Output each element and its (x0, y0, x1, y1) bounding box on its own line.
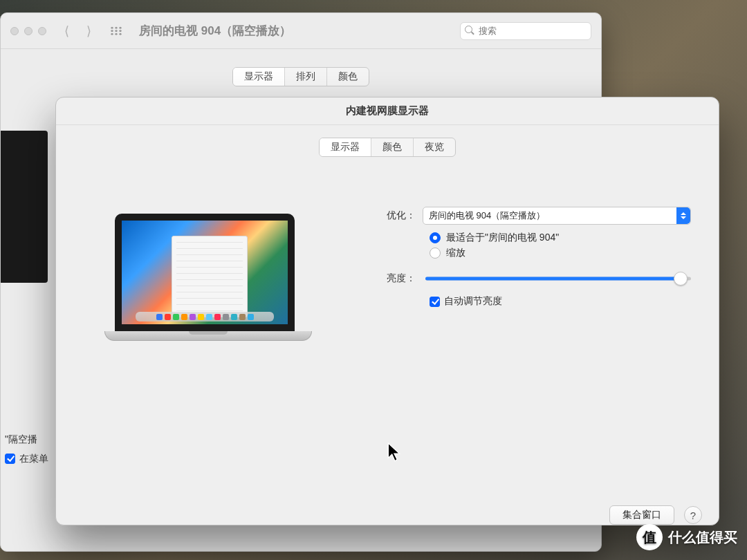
watermark: 值 什么值得买 (636, 524, 737, 550)
radio-dot-selected-icon (430, 232, 441, 243)
tab-night-shift[interactable]: 夜览 (414, 138, 455, 156)
optimize-label: 优化： (374, 209, 423, 222)
close-dot[interactable] (10, 27, 19, 35)
toolbar: ⟨ ⟩ 房间的电视 904（隔空播放） (1, 13, 601, 49)
search-icon (465, 26, 474, 35)
watermark-badge: 值 (636, 524, 663, 550)
dock-illustration (136, 312, 274, 321)
document-thumbnail (172, 236, 248, 317)
resolution-radio-group: 最适合于"房间的电视 904" 缩放 (430, 232, 691, 259)
radio-scaled-label: 缩放 (446, 247, 465, 259)
front-tabs: 显示器 颜色 夜览 (319, 138, 456, 157)
laptop-illustration (104, 214, 305, 341)
radio-dot-icon (430, 248, 441, 259)
back-button[interactable]: ⟨ (59, 24, 74, 39)
brightness-label: 亮度： (374, 272, 423, 285)
tab-display[interactable]: 显示器 (320, 138, 371, 156)
display-preview-strip (1, 131, 48, 283)
menubar-label-partial: 在菜单 (19, 449, 48, 468)
popup-stepper-icon (676, 207, 690, 224)
radio-scaled[interactable]: 缩放 (430, 247, 691, 259)
brightness-slider[interactable] (425, 272, 691, 286)
front-body: 显示器 颜色 夜览 优化： 房间的电视 904（隔空播放） (56, 138, 719, 537)
forward-button[interactable]: ⟩ (81, 24, 96, 39)
radio-best-for[interactable]: 最适合于"房间的电视 904" (430, 232, 691, 244)
brightness-row: 亮度： (374, 272, 691, 286)
search-field-wrap (460, 22, 591, 40)
auto-brightness-row: 自动调节亮度 (430, 295, 691, 308)
checkbox-checked-icon (430, 297, 440, 307)
checkbox-icon (5, 454, 15, 464)
slider-thumb[interactable] (674, 272, 688, 286)
back-bottom-options: "隔空播 在菜单 (5, 429, 48, 468)
prefs-window-builtin-display: 内建视网膜显示器 显示器 颜色 夜览 优化： (55, 97, 719, 525)
gather-windows-button[interactable]: 集合窗口 (609, 505, 674, 525)
watermark-text: 什么值得买 (668, 528, 737, 547)
slider-fill (425, 277, 681, 281)
optimize-value: 房间的电视 904（隔空播放） (429, 209, 545, 222)
tab-arrange[interactable]: 排列 (285, 68, 327, 86)
window-title: 房间的电视 904（隔空播放） (139, 23, 291, 39)
airplay-row-partial: "隔空播 (5, 429, 48, 449)
search-input[interactable] (460, 22, 591, 40)
laptop-base (104, 331, 312, 341)
minimize-dot[interactable] (24, 27, 33, 35)
display-settings: 优化： 房间的电视 904（隔空播放） 最适合于"房间的电视 904" 缩放 亮… (374, 207, 691, 308)
optimize-row: 优化： 房间的电视 904（隔空播放） (374, 207, 691, 225)
window-controls (10, 27, 46, 35)
front-window-title: 内建视网膜显示器 (56, 97, 719, 125)
help-button[interactable]: ? (684, 506, 702, 524)
radio-best-label: 最适合于"房间的电视 904" (446, 232, 559, 244)
auto-brightness-checkbox[interactable]: 自动调节亮度 (430, 295, 502, 308)
auto-brightness-label: 自动调节亮度 (444, 295, 502, 308)
laptop-screen (115, 214, 295, 331)
zoom-dot[interactable] (38, 27, 46, 35)
tab-color[interactable]: 颜色 (327, 68, 369, 86)
grid-icon[interactable] (110, 26, 122, 36)
tab-color[interactable]: 颜色 (371, 138, 414, 156)
tab-display[interactable]: 显示器 (233, 68, 285, 86)
back-tabs: 显示器 排列 颜色 (232, 67, 369, 86)
optimize-for-popup[interactable]: 房间的电视 904（隔空播放） (423, 207, 691, 225)
front-footer: 集合窗口 ? (609, 505, 702, 525)
menubar-checkbox-row[interactable]: 在菜单 (5, 449, 48, 468)
